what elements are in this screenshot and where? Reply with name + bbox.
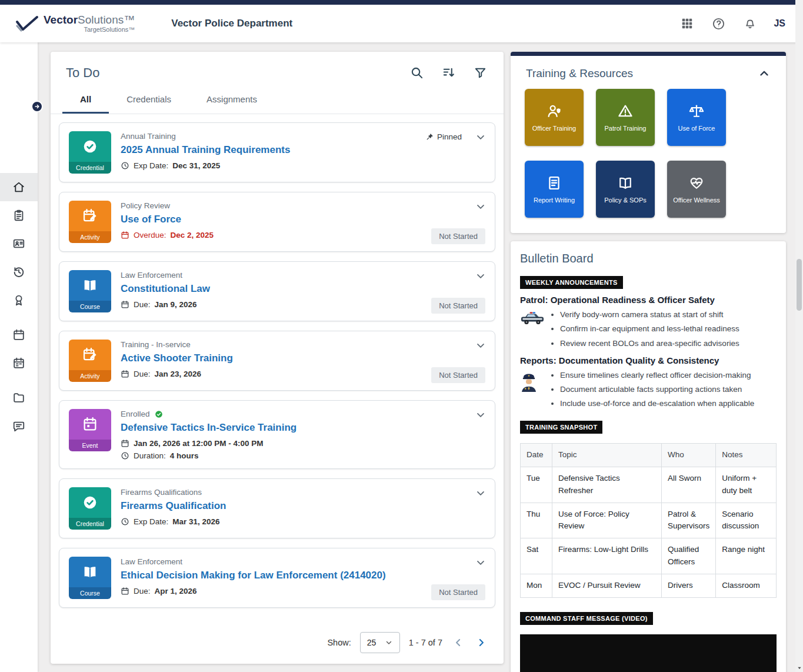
card-meta: Due: Jan 9, 2026 — [121, 300, 485, 309]
card-meta-duration: Duration: 4 hours — [121, 451, 485, 460]
todo-card[interactable]: Credential Firearms Qualifications Firea… — [59, 478, 495, 538]
todo-card[interactable]: Course Law Enforcement Ethical Decision … — [59, 548, 495, 608]
card-category: Firearms Qualifications — [121, 488, 485, 497]
training-snapshot-table: Date Topic Who Notes Tue Defensive Tacti… — [520, 443, 777, 598]
previous-page-button[interactable] — [451, 636, 465, 650]
status-badge: Not Started — [431, 367, 485, 383]
course-badge: Course — [69, 557, 111, 599]
bulletin-title: Bulletin Board — [520, 252, 777, 265]
card-title-link[interactable]: Constitutional Law — [121, 283, 210, 295]
todo-card[interactable]: Course Law Enforcement Constitutional La… — [59, 261, 495, 321]
card-category: Enrolled — [121, 410, 485, 418]
apps-grid-icon[interactable] — [679, 16, 695, 31]
chevron-down-icon[interactable] — [472, 407, 489, 423]
page-size-select[interactable]: 25 — [360, 632, 400, 653]
table-header-row: Date Topic Who Notes — [521, 443, 777, 467]
tab-credentials[interactable]: Credentials — [109, 87, 189, 114]
sidebar-item-credentials[interactable] — [0, 286, 38, 314]
warning-triangle-icon — [617, 103, 634, 119]
bell-icon[interactable] — [742, 16, 758, 31]
chevron-down-icon[interactable] — [472, 129, 489, 145]
todo-card[interactable]: Activity Training - In-service Active Sh… — [59, 331, 495, 391]
calendar-icon — [121, 587, 129, 596]
card-meta-overdue: Overdue: Dec 2, 2025 — [121, 231, 485, 239]
card-title-link[interactable]: Active Shooter Training — [121, 352, 233, 364]
clock-icon — [121, 451, 129, 460]
todo-card[interactable]: Activity Policy Review Use of Force Over… — [59, 192, 495, 252]
table-row: Mon EVOC / Pursuit Review Drivers Classr… — [521, 574, 777, 598]
announcement-bullets: Ensure timelines clearly reflect officer… — [548, 368, 754, 411]
filter-icon[interactable] — [472, 65, 488, 81]
card-title-link[interactable]: 2025 Annual Training Requirements — [121, 144, 290, 156]
bullet: Verify body-worn camera status at start … — [560, 308, 739, 322]
todo-card[interactable]: Event Enrolled Defensive Tactics In-Serv… — [59, 400, 495, 469]
sidebar-expand-button[interactable] — [31, 101, 43, 112]
chevron-down-icon — [385, 638, 393, 647]
pagination-range: 1 - 7 of 7 — [409, 638, 442, 647]
activity-badge: Activity — [69, 340, 111, 382]
todo-card[interactable]: Credential Annual Training 2025 Annual T… — [59, 122, 495, 182]
bullet: Confirm in-car equipment and less-lethal… — [560, 322, 739, 336]
sidebar-item-messages[interactable] — [0, 412, 38, 440]
column-header: Notes — [716, 443, 777, 467]
panel-accent-bar — [511, 52, 786, 56]
badge-type-label: Course — [69, 301, 111, 312]
history-icon — [12, 265, 25, 278]
page-scrollbar[interactable] — [795, 0, 803, 672]
tile-officer-training[interactable]: Officer Training — [525, 89, 584, 146]
sidebar-item-calendar[interactable] — [0, 321, 38, 349]
announcement-section: Verify body-worn camera status at start … — [520, 308, 777, 351]
help-icon[interactable] — [711, 16, 727, 32]
sidebar-item-home[interactable] — [0, 173, 38, 201]
status-badge: Not Started — [431, 228, 485, 244]
calendar-icon — [12, 328, 25, 341]
weekly-announcements-label: WEEKLY ANNOUNCEMENTS — [520, 276, 623, 289]
badge-type-label: Activity — [69, 231, 111, 243]
chevron-down-icon[interactable] — [472, 268, 489, 284]
avatar[interactable]: JS — [774, 18, 785, 29]
search-icon[interactable] — [409, 65, 425, 81]
sidebar-item-contacts[interactable] — [0, 229, 38, 258]
vector-solutions-logo[interactable]: VectorSolutions™ TargetSolutions™ — [15, 14, 135, 33]
tab-all[interactable]: All — [62, 87, 109, 114]
todo-title: To Do — [66, 65, 99, 81]
chevron-down-icon[interactable] — [472, 337, 489, 354]
tile-report-writing[interactable]: Report Writing — [525, 161, 584, 218]
command-staff-video-player[interactable] — [520, 634, 777, 672]
tile-use-of-force[interactable]: Use of Force — [667, 89, 726, 146]
calendar-icon — [121, 231, 129, 239]
collapse-chevron-up-icon[interactable] — [757, 66, 772, 81]
card-title-link[interactable]: Ethical Decision Making for Law Enforcem… — [121, 570, 386, 581]
calendar-icon — [121, 370, 129, 378]
bulletin-board-panel: Bulletin Board WEEKLY ANNOUNCEMENTS Patr… — [511, 241, 786, 672]
tab-assignments[interactable]: Assignments — [189, 87, 275, 114]
police-officer-image — [520, 368, 548, 411]
sidebar-item-history[interactable] — [0, 258, 38, 286]
chevron-down-icon[interactable] — [472, 485, 489, 501]
chevron-down-icon[interactable] — [472, 198, 489, 215]
brand-name: Vector — [44, 14, 78, 26]
sort-icon[interactable] — [441, 65, 457, 81]
sidebar-item-events[interactable] — [0, 349, 38, 377]
announcement-bullets: Verify body-worn camera status at start … — [548, 308, 739, 351]
calendar-alt-icon — [12, 357, 25, 370]
scrollbar-thumb[interactable] — [797, 259, 802, 311]
tile-policy-sops[interactable]: Policy & SOPs — [596, 161, 655, 218]
arrow-right-icon — [34, 104, 40, 109]
card-category: Law Enforcement — [121, 271, 485, 280]
scrollbar-down-arrow[interactable] — [795, 664, 803, 671]
show-label: Show: — [327, 638, 351, 647]
sidebar-item-files[interactable] — [0, 384, 38, 412]
chevron-down-icon[interactable] — [472, 554, 489, 571]
tile-officer-wellness[interactable]: Officer Wellness — [667, 161, 726, 218]
status-badge: Not Started — [431, 298, 485, 314]
tile-patrol-training[interactable]: Patrol Training — [596, 89, 655, 146]
column-header: Topic — [552, 443, 662, 467]
next-page-button[interactable] — [474, 636, 488, 650]
sidebar-item-assignments[interactable] — [0, 201, 38, 229]
seal-check-icon — [81, 138, 99, 155]
card-title-link[interactable]: Defensive Tactics In-Service Training — [121, 422, 296, 434]
clock-icon — [121, 517, 129, 526]
card-title-link[interactable]: Firearms Qualification — [121, 500, 226, 512]
card-title-link[interactable]: Use of Force — [121, 214, 181, 225]
